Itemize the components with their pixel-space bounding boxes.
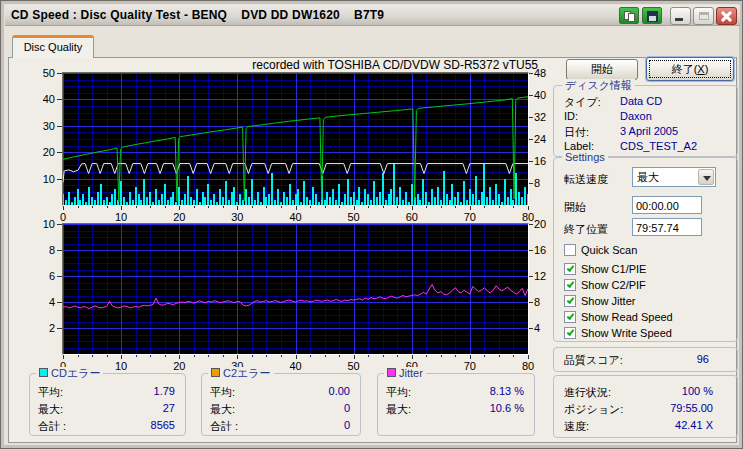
y-axis-tick (57, 276, 62, 277)
y-axis-left-label: 40 (29, 93, 55, 105)
c2-error-group: C2エラー 平均: 0.00 最大: 0 合計 : 0 (201, 373, 361, 436)
checkmark-icon (567, 296, 575, 304)
disc-date-label: 日付: (564, 125, 589, 140)
y-axis-tick (57, 302, 62, 303)
speed-value: 42.41 X (675, 419, 713, 431)
y-axis-tick (529, 183, 533, 184)
y-axis-right-label: 8 (534, 177, 540, 189)
x-axis-tick (339, 355, 340, 357)
x-axis-tick (455, 355, 456, 357)
y-axis-tick (529, 139, 533, 140)
maximize-button[interactable] (693, 7, 714, 25)
disc-info-group: ディスク情報 タイプ: Data CD ID: Daxon 日付: 3 Apri… (553, 85, 738, 157)
y-axis-right-label: 32 (534, 111, 546, 123)
cd-total-value: 8565 (151, 419, 175, 431)
x-axis-tick (165, 206, 166, 208)
x-axis-tick (296, 355, 297, 359)
y-axis-tick (57, 179, 62, 180)
x-axis-tick (310, 355, 311, 357)
cd-error-group-title: CDエラー (36, 367, 103, 379)
minimize-button[interactable] (670, 7, 691, 25)
y-axis-right-label: 24 (534, 133, 546, 145)
app-window: CD Speed : Disc Quality Test - BENQ DVD … (0, 0, 743, 449)
x-axis-tick (121, 206, 122, 210)
x-axis-tick (150, 206, 151, 208)
x-axis-tick (354, 206, 355, 210)
x-axis-tick (368, 355, 369, 357)
x-axis-label: 80 (514, 360, 542, 372)
y-axis-tick (529, 224, 533, 225)
plot-canvas (63, 224, 528, 354)
x-axis-tick (78, 206, 79, 208)
x-axis-tick (281, 355, 282, 357)
x-axis-label: 40 (282, 360, 310, 372)
x-axis-tick (513, 355, 514, 357)
save-button[interactable] (642, 7, 662, 24)
c2-total-label: 合計 : (210, 419, 238, 434)
end-pos-input[interactable] (632, 218, 702, 236)
x-axis-tick (266, 355, 267, 357)
window-title: CD Speed : Disc Quality Test - BENQ DVD … (11, 8, 384, 22)
title-bar[interactable]: CD Speed : Disc Quality Test - BENQ DVD … (5, 5, 740, 26)
y-axis-right-label: 48 (534, 67, 546, 79)
x-axis-tick (296, 206, 297, 210)
y-axis-left-label: 6 (29, 270, 55, 282)
x-axis-tick (78, 355, 79, 357)
x-axis-tick (325, 206, 326, 208)
x-axis-tick (397, 355, 398, 357)
c2-max-value: 0 (344, 402, 350, 414)
tab-disc-quality[interactable]: Disc Quality (12, 35, 94, 58)
start-pos-input[interactable] (632, 196, 702, 214)
y-axis-right-label: 4 (534, 322, 540, 334)
disc-label-value: CDS_TEST_A2 (620, 140, 697, 152)
close-button[interactable] (716, 7, 737, 25)
y-axis-tick (529, 328, 533, 329)
checkmark-icon (567, 264, 575, 272)
x-axis-tick (310, 206, 311, 208)
x-axis-tick (194, 355, 195, 357)
progress-value: 100 % (682, 385, 713, 397)
exit-button[interactable]: 終了(X) (646, 57, 734, 81)
x-axis-tick (470, 206, 471, 210)
y-axis-right-label: 16 (534, 244, 546, 256)
end-pos-label: 終了位置 (564, 222, 608, 237)
y-axis-tick (529, 302, 533, 303)
x-axis-tick (499, 206, 500, 208)
settings-title: Settings (562, 151, 608, 163)
y-axis-left-label: 8 (29, 244, 55, 256)
x-axis-tick (383, 355, 384, 357)
transfer-speed-select[interactable]: 最大 (632, 167, 716, 187)
x-axis-tick (426, 355, 427, 357)
speed-label: 速度: (564, 419, 589, 434)
x-axis-tick (150, 355, 151, 357)
x-axis-tick (383, 206, 384, 208)
y-axis-tick (57, 152, 62, 153)
jitter-group-title: Jitter (384, 367, 426, 379)
x-axis-tick (237, 355, 238, 359)
quality-score-label: 品質スコア: (564, 353, 623, 368)
jitter-max-label: 最大: (386, 402, 411, 417)
y-axis-tick (529, 161, 533, 162)
y-axis-tick (57, 99, 62, 100)
y-axis-right-label: 8 (534, 296, 540, 308)
recorded-with-label: recorded with TOSHIBA CD/DVDW SD-R5372 v… (29, 58, 538, 71)
x-axis-label: 10 (107, 360, 135, 372)
x-axis-tick (223, 355, 224, 357)
start-button[interactable]: 開始 (566, 59, 638, 80)
checkmark-icon (567, 312, 575, 320)
x-axis-tick (107, 355, 108, 357)
jitter-chart-bottom: 2468104812162001020304050607080 (29, 222, 546, 372)
y-axis-right-label: 16 (534, 155, 546, 167)
copy-button[interactable] (619, 7, 639, 24)
y-axis-right-label: 20 (534, 218, 546, 230)
quality-score-value: 96 (697, 353, 709, 365)
x-axis-tick (92, 206, 93, 208)
disc-type-value: Data CD (620, 95, 662, 107)
minimize-icon (675, 18, 683, 21)
x-axis-tick (194, 206, 195, 208)
x-axis-tick (136, 355, 137, 357)
x-axis-tick (354, 355, 355, 359)
x-axis-tick (499, 355, 500, 357)
jitter-avg-value: 8.13 % (490, 385, 524, 397)
y-axis-left-label: 20 (29, 146, 55, 158)
